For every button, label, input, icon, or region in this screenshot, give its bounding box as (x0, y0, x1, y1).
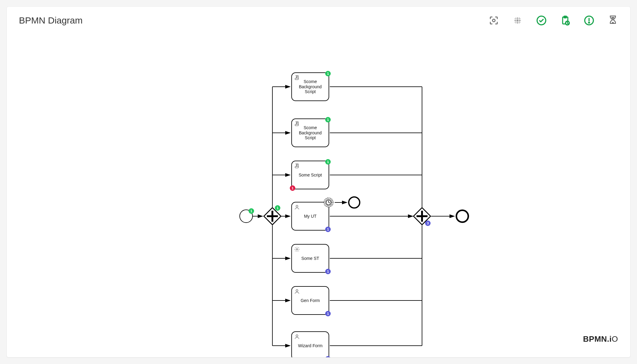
task-label: Gen Form (300, 298, 320, 303)
svg-point-5 (517, 22, 518, 23)
badge: 3 (425, 220, 431, 226)
bpmn-io-watermark: BPMN.iO (583, 334, 618, 344)
svg-point-7 (519, 18, 520, 19)
svg-point-19 (519, 17, 519, 18)
task-wizard-form[interactable]: Wizard Form 1 (291, 331, 329, 357)
warning-circle-icon[interactable] (584, 15, 594, 26)
script-icon (294, 75, 300, 82)
badge: 1 (275, 205, 280, 211)
svg-point-9 (519, 22, 520, 23)
parallel-gateway-join[interactable]: 3 (413, 207, 431, 225)
task-some-st[interactable]: Some ST 1 (291, 244, 329, 273)
toolbar (489, 15, 618, 26)
watermark-main: BPMN.i (583, 334, 612, 344)
svg-point-54 (296, 205, 298, 207)
svg-point-15 (515, 22, 515, 22)
svg-point-61 (296, 289, 298, 291)
grid-icon[interactable] (512, 15, 523, 26)
watermark-suffix: O (612, 334, 618, 344)
svg-point-3 (519, 20, 520, 21)
gear-icon (294, 246, 300, 253)
svg-point-60 (296, 249, 298, 250)
svg-point-11 (520, 20, 521, 21)
svg-point-17 (520, 22, 521, 22)
svg-point-4 (517, 18, 518, 19)
svg-point-10 (514, 20, 515, 21)
header: BPMN Diagram (7, 7, 630, 32)
user-icon (294, 289, 300, 296)
task-gen-form[interactable]: Gen Form 1 (291, 286, 329, 315)
badge: 1 (249, 208, 254, 214)
svg-point-0 (493, 19, 495, 22)
focus-icon[interactable] (489, 15, 499, 26)
diagram-card: BPMN Diagram (7, 7, 630, 357)
task-label: My UT (304, 214, 316, 219)
task-label: Wizard Form (298, 343, 322, 348)
svg-point-6 (515, 18, 516, 19)
parallel-gateway-split[interactable]: 1 (263, 207, 282, 225)
hourglass-icon[interactable] (608, 15, 618, 26)
svg-point-8 (515, 22, 516, 23)
start-event[interactable]: 1 (239, 209, 253, 223)
badge: 1 (290, 185, 295, 191)
svg-point-62 (296, 335, 298, 337)
svg-point-2 (515, 20, 516, 21)
svg-point-18 (516, 17, 516, 18)
script-icon (294, 121, 300, 128)
svg-point-14 (515, 19, 515, 19)
svg-point-21 (519, 23, 519, 24)
svg-point-12 (517, 17, 518, 18)
svg-point-16 (520, 19, 521, 19)
badge: 1 (325, 117, 331, 122)
task-label: Some ST (301, 256, 319, 261)
page-title: BPMN Diagram (19, 15, 82, 26)
task-scome-bg-2[interactable]: Scome Background Script 1 (291, 118, 329, 147)
badge: 1 (325, 227, 331, 232)
task-some-script[interactable]: Some Script 1 1 (291, 161, 329, 189)
badge: 1 (325, 311, 331, 316)
end-event-timer-path[interactable] (348, 196, 360, 209)
svg-point-13 (517, 23, 518, 24)
diagram-canvas[interactable]: 1 1 Scome Background Script 1 Sc (7, 40, 630, 357)
end-event[interactable] (456, 209, 469, 223)
task-my-ut[interactable]: My UT 1 (291, 202, 329, 231)
check-circle-icon[interactable] (536, 15, 547, 26)
badge: 1 (325, 159, 331, 165)
user-icon (294, 334, 300, 341)
user-icon (294, 204, 300, 211)
badge: 1 (325, 71, 331, 76)
badge: 1 (325, 269, 331, 274)
task-label: Some Script (299, 173, 322, 178)
script-icon (294, 163, 300, 170)
svg-point-29 (589, 22, 590, 23)
timer-boundary-event[interactable] (323, 197, 334, 208)
clipboard-clock-icon[interactable] (560, 15, 570, 26)
svg-point-1 (517, 20, 518, 21)
svg-point-20 (516, 23, 516, 24)
task-scome-bg-1[interactable]: Scome Background Script 1 (291, 72, 329, 101)
